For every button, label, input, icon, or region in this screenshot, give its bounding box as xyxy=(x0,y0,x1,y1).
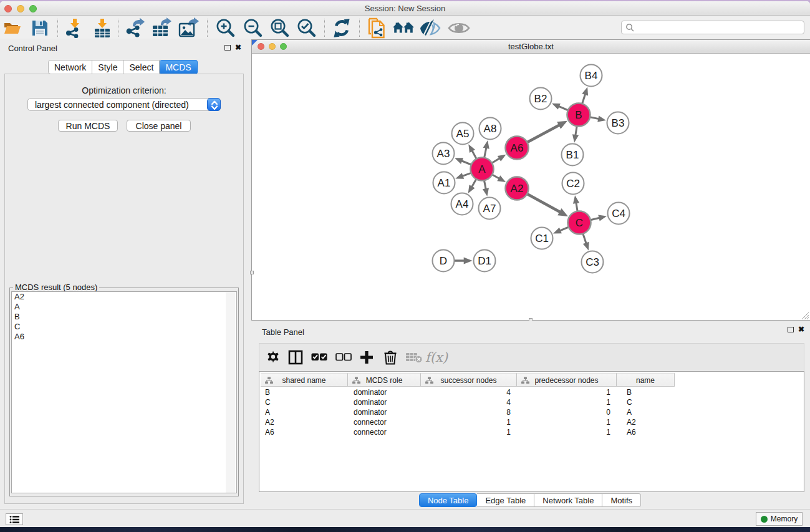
control-panel-header: Control Panel ✖ xyxy=(0,39,250,57)
toolbar-separator xyxy=(359,19,360,37)
mcds-result-item[interactable]: B xyxy=(12,312,236,322)
mcds-result-item[interactable]: A2 xyxy=(12,292,236,302)
node-label-A2: A2 xyxy=(511,183,524,195)
tab-node-table[interactable]: Node Table xyxy=(419,493,478,507)
arrowhead-B-B4 xyxy=(582,87,588,96)
hide-selected-button[interactable] xyxy=(419,17,441,39)
mcds-result-item[interactable]: A xyxy=(12,302,236,312)
result-list-scrollbar[interactable] xyxy=(226,292,235,493)
search-input[interactable] xyxy=(634,22,804,33)
node-table: shared nameMCDS rolesuccessor nodesprede… xyxy=(259,371,804,492)
arrowhead-A-A5 xyxy=(468,144,475,153)
export-image-button[interactable] xyxy=(178,17,200,39)
import-table-button[interactable] xyxy=(91,17,113,39)
tab-select[interactable]: Select xyxy=(123,60,160,74)
zoom-selected-button[interactable] xyxy=(295,17,317,39)
run-mcds-button[interactable]: Run MCDS xyxy=(58,120,118,132)
search-icon xyxy=(625,23,634,32)
cell-predecessor-nodes: 1 xyxy=(517,387,610,397)
select-all-columns-button[interactable] xyxy=(309,347,329,367)
node-label-A6: A6 xyxy=(511,142,524,154)
arrowhead-C-C1 xyxy=(553,228,562,234)
node-label-A1: A1 xyxy=(438,177,451,189)
eye-icon xyxy=(448,19,470,37)
export-network-button[interactable] xyxy=(124,17,147,39)
network-view-window: testGlobe.txt B4B2BB3A8A5A6A3B1AA1C2A2A4… xyxy=(251,39,810,321)
export-table-button[interactable] xyxy=(151,17,173,39)
import-network-button[interactable] xyxy=(63,17,85,39)
table-panel-tabs: Node TableEdge TableNetwork TableMotifs xyxy=(250,493,810,507)
clone-network-button[interactable] xyxy=(366,17,388,39)
column-header-successor-nodes[interactable]: successor nodes xyxy=(421,373,517,387)
close-panel-button[interactable]: Close panel xyxy=(127,120,191,132)
function-builder-button[interactable]: f(x) xyxy=(427,347,446,367)
add-row-button[interactable] xyxy=(357,347,377,367)
table-body: Bdominator41BCdominator41CAdominator80AA… xyxy=(261,387,803,490)
node-label-C1: C1 xyxy=(535,233,549,244)
tab-edge-table[interactable]: Edge Table xyxy=(477,493,534,507)
zoom-fit-button[interactable] xyxy=(268,17,291,39)
memory-label: Memory xyxy=(771,515,798,523)
show-all-button[interactable] xyxy=(448,17,470,39)
cell-name: C xyxy=(627,397,678,407)
window-resize-grip-left[interactable] xyxy=(250,271,254,274)
table-row[interactable]: Cdominator41C xyxy=(261,397,803,407)
show-panels-button[interactable] xyxy=(6,513,23,525)
show-columns-button[interactable] xyxy=(286,347,306,367)
memory-button[interactable]: Memory xyxy=(756,512,803,526)
table-header-row: shared nameMCDS rolesuccessor nodesprede… xyxy=(261,373,675,387)
close-table-panel-icon[interactable]: ✖ xyxy=(798,325,804,334)
table-row[interactable]: Adominator80A xyxy=(261,407,803,417)
deselect-all-columns-button[interactable] xyxy=(334,347,354,367)
mcds-result-item[interactable]: A6 xyxy=(12,332,236,342)
float-table-panel-icon[interactable] xyxy=(788,327,794,332)
arrowhead-A-A4 xyxy=(468,185,475,193)
first-neighbors-button[interactable] xyxy=(392,17,415,39)
checked-boxes-icon xyxy=(311,353,327,362)
column-header-MCDS-role[interactable]: MCDS role xyxy=(348,373,421,387)
network-canvas[interactable]: B4B2BB3A8A5A6A3B1AA1C2A2A4A7C4CC1C3DD1 xyxy=(252,54,810,320)
tab-motifs[interactable]: Motifs xyxy=(602,493,641,507)
save-session-button[interactable] xyxy=(29,17,51,39)
cell-MCDS-role: connector xyxy=(354,417,420,427)
arrowhead-A-A7 xyxy=(483,188,489,196)
column-header-shared-name[interactable]: shared name xyxy=(261,373,348,387)
zoom-in-button[interactable] xyxy=(214,17,236,39)
node-label-B3: B3 xyxy=(612,117,625,129)
column-header-predecessor-nodes[interactable]: predecessor nodes xyxy=(517,373,617,387)
toolbar-separator xyxy=(207,19,208,37)
criterion-value: largest connected component (directed) xyxy=(35,100,189,110)
column-header-name[interactable]: name xyxy=(617,373,675,387)
control-panel-tabs: NetworkStyleSelectMCDS xyxy=(48,60,198,74)
table-row[interactable]: Bdominator41B xyxy=(261,387,803,397)
table-row[interactable]: A2connector11A2 xyxy=(261,417,803,427)
window-resize-grip-corner[interactable] xyxy=(801,312,809,320)
control-panel-title: Control Panel xyxy=(8,44,57,53)
mcds-result-list[interactable]: A2ABCA6 xyxy=(11,291,237,493)
cell-shared-name: A xyxy=(265,407,346,417)
table-options-button[interactable] xyxy=(263,347,283,367)
tab-network[interactable]: Network xyxy=(48,60,92,74)
zoom-out-button[interactable] xyxy=(241,17,264,39)
open-session-button[interactable] xyxy=(1,17,24,39)
tab-network-table[interactable]: Network Table xyxy=(534,493,602,507)
application-window: Session: New Session xyxy=(0,1,810,527)
float-panel-icon[interactable] xyxy=(224,45,231,51)
cell-name: A2 xyxy=(627,417,678,427)
tab-style[interactable]: Style xyxy=(92,60,123,74)
cell-shared-name: B xyxy=(265,387,346,397)
close-panel-icon[interactable]: ✖ xyxy=(235,43,241,52)
node-label-C3: C3 xyxy=(586,256,599,268)
criterion-dropdown[interactable]: largest connected component (directed) xyxy=(27,98,221,111)
table-panel-title: Table Panel xyxy=(262,327,304,337)
cell-successor-nodes: 8 xyxy=(421,407,511,417)
mcds-result-item[interactable]: C xyxy=(12,322,236,332)
delete-table-button[interactable] xyxy=(404,347,424,367)
import-table-icon xyxy=(92,18,113,38)
cell-shared-name: A2 xyxy=(265,417,346,427)
cell-MCDS-role: dominator xyxy=(354,397,420,407)
table-row[interactable]: A6connector11A6 xyxy=(261,427,803,437)
tab-mcds[interactable]: MCDS xyxy=(160,60,197,74)
delete-row-button[interactable] xyxy=(380,347,400,367)
refresh-layout-button[interactable] xyxy=(330,17,353,39)
